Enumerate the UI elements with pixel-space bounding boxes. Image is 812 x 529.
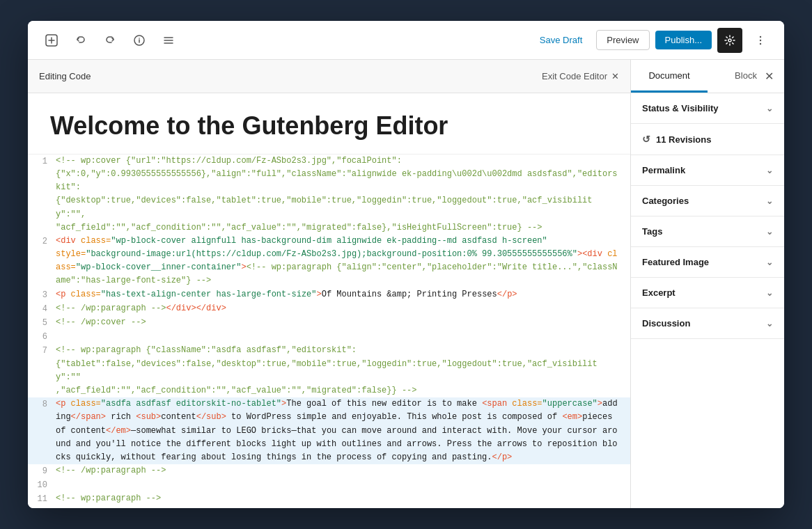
- line-number: 7: [28, 344, 56, 397]
- line-content: <p>What you are reading now is a <strong…: [56, 507, 630, 508]
- section-permalink: Permalink ⌄: [631, 155, 784, 186]
- svg-point-9: [728, 39, 731, 42]
- line-content: <!-- wp:paragraph {"className":"asdfa as…: [56, 344, 630, 397]
- code-line: 2 <div class="wp-block-cover alignfull h…: [28, 235, 630, 288]
- chevron-down-icon: ⌄: [766, 196, 773, 206]
- section-status-visibility-header[interactable]: Status & Visibility ⌄: [631, 93, 784, 123]
- save-draft-button[interactable]: Save Draft: [531, 31, 591, 49]
- code-line: 5 <!-- /wp:cover -->: [28, 316, 630, 330]
- code-line: 3 <p class="has-text-align-center has-la…: [28, 288, 630, 302]
- revisions-icon: ↺: [642, 134, 650, 145]
- chevron-down-icon: ⌄: [766, 288, 773, 298]
- section-discussion: Discussion ⌄: [631, 308, 784, 339]
- line-content: <!-- /wp:cover -->: [56, 316, 630, 330]
- code-line: 12 <p>What you are reading now is a <str…: [28, 507, 630, 508]
- svg-point-10: [760, 35, 761, 37]
- toolbar: Save Draft Preview Publish...: [28, 21, 784, 60]
- code-editor-header: Editing Code Exit Code Editor ✕: [28, 60, 630, 93]
- section-permalink-label: Permalink: [642, 165, 685, 175]
- code-panel: Editing Code Exit Code Editor ✕ Welcome …: [28, 60, 631, 508]
- code-line: 8 <p class="asdfa asdfasf editorskit-no-…: [28, 397, 630, 464]
- more-options-button[interactable]: [748, 28, 773, 53]
- line-content: <div class="wp-block-cover alignfull has…: [56, 235, 630, 288]
- code-line: 10: [28, 478, 630, 492]
- section-featured-image-header[interactable]: Featured Image ⌄: [631, 247, 784, 277]
- code-line: 11 <!-- wp:paragraph -->: [28, 492, 630, 506]
- svg-point-12: [760, 42, 761, 44]
- code-line: 9 <!-- /wp:paragraph -->: [28, 464, 630, 478]
- line-number: 4: [28, 302, 56, 316]
- section-categories-header[interactable]: Categories ⌄: [631, 186, 784, 216]
- section-discussion-header[interactable]: Discussion ⌄: [631, 308, 784, 338]
- settings-button[interactable]: [717, 28, 742, 53]
- menu-button[interactable]: [156, 28, 181, 53]
- exit-code-editor-button[interactable]: Exit Code Editor ✕: [542, 71, 619, 81]
- post-title: Welcome to the Gutenberg Editor: [50, 110, 608, 143]
- line-number: 9: [28, 464, 56, 478]
- code-header-title: Editing Code: [39, 71, 91, 81]
- line-content: [56, 478, 630, 492]
- section-revisions-header[interactable]: ↺ 11 Revisions: [631, 124, 784, 155]
- section-excerpt: Excerpt ⌄: [631, 278, 784, 308]
- line-number: 8: [28, 397, 56, 464]
- section-tags-header[interactable]: Tags ⌄: [631, 216, 784, 246]
- toolbar-left: [39, 28, 526, 53]
- close-icon: ✕: [765, 70, 774, 83]
- section-status-visibility: Status & Visibility ⌄: [631, 93, 784, 124]
- sidebar: Document Block ✕ Status & Visibility ⌄: [631, 60, 784, 508]
- exit-code-editor-label: Exit Code Editor: [542, 71, 607, 81]
- section-discussion-label: Discussion: [642, 318, 690, 329]
- section-featured-image-label: Featured Image: [642, 257, 709, 267]
- section-excerpt-header[interactable]: Excerpt ⌄: [631, 278, 784, 308]
- chevron-down-icon: ⌄: [766, 319, 773, 329]
- svg-point-5: [139, 38, 140, 39]
- line-number: 10: [28, 478, 56, 492]
- line-content: <!-- /wp:paragraph -->: [56, 464, 630, 478]
- line-number: 11: [28, 492, 56, 506]
- line-number: 2: [28, 235, 56, 288]
- redo-button[interactable]: [97, 28, 123, 53]
- add-block-button[interactable]: [39, 28, 64, 53]
- code-editor-body[interactable]: 1 <!-- wp:cover {"url":"https://cldup.co…: [28, 155, 630, 508]
- chevron-down-icon: ⌄: [766, 227, 773, 237]
- main-area: Editing Code Exit Code Editor ✕ Welcome …: [28, 60, 784, 508]
- section-excerpt-label: Excerpt: [642, 287, 676, 298]
- sidebar-tabs: Document Block ✕: [631, 60, 784, 93]
- line-content: [56, 330, 630, 344]
- editor-window: Save Draft Preview Publish...: [28, 21, 784, 508]
- chevron-down-icon: ⌄: [766, 104, 773, 113]
- section-status-visibility-label: Status & Visibility: [642, 103, 719, 113]
- tab-document[interactable]: Document: [631, 60, 708, 93]
- code-line: 1 <!-- wp:cover {"url":"https://cldup.co…: [28, 155, 630, 235]
- post-title-area: Welcome to the Gutenberg Editor: [28, 93, 630, 155]
- chevron-down-icon: ⌄: [766, 258, 773, 267]
- code-line: 4 <!-- /wp:paragraph --></div></div>: [28, 302, 630, 316]
- section-tags: Tags ⌄: [631, 216, 784, 247]
- line-number: 1: [28, 155, 56, 235]
- line-number: 12: [28, 507, 56, 508]
- chevron-down-icon: ⌄: [766, 166, 773, 175]
- line-number: 5: [28, 316, 56, 330]
- section-revisions: ↺ 11 Revisions: [631, 124, 784, 155]
- line-number: 3: [28, 288, 56, 302]
- revisions-label: 11 Revisions: [656, 134, 712, 145]
- section-categories-label: Categories: [642, 196, 689, 206]
- publish-button[interactable]: Publish...: [655, 31, 712, 49]
- line-content: <p class="asdfa asdfasf editorskit-no-ta…: [56, 397, 630, 464]
- section-tags-label: Tags: [642, 226, 662, 237]
- revisions-link: ↺ 11 Revisions: [642, 134, 712, 145]
- toolbar-right: Save Draft Preview Publish...: [531, 28, 773, 53]
- info-button[interactable]: [127, 28, 152, 53]
- code-line: 7 <!-- wp:paragraph {"className":"asdfa …: [28, 344, 630, 397]
- sidebar-body: Status & Visibility ⌄ ↺ 11 Revisions: [631, 93, 784, 508]
- undo-button[interactable]: [68, 28, 93, 53]
- exit-code-editor-icon: ✕: [611, 71, 619, 81]
- sidebar-close-button[interactable]: ✕: [759, 67, 779, 86]
- code-line: 6: [28, 330, 630, 344]
- section-permalink-header[interactable]: Permalink ⌄: [631, 155, 784, 185]
- svg-point-11: [760, 39, 761, 40]
- section-categories: Categories ⌄: [631, 186, 784, 216]
- preview-button[interactable]: Preview: [596, 30, 649, 50]
- line-content: <!-- /wp:paragraph --></div></div>: [56, 302, 630, 316]
- line-content: <!-- wp:paragraph -->: [56, 492, 630, 506]
